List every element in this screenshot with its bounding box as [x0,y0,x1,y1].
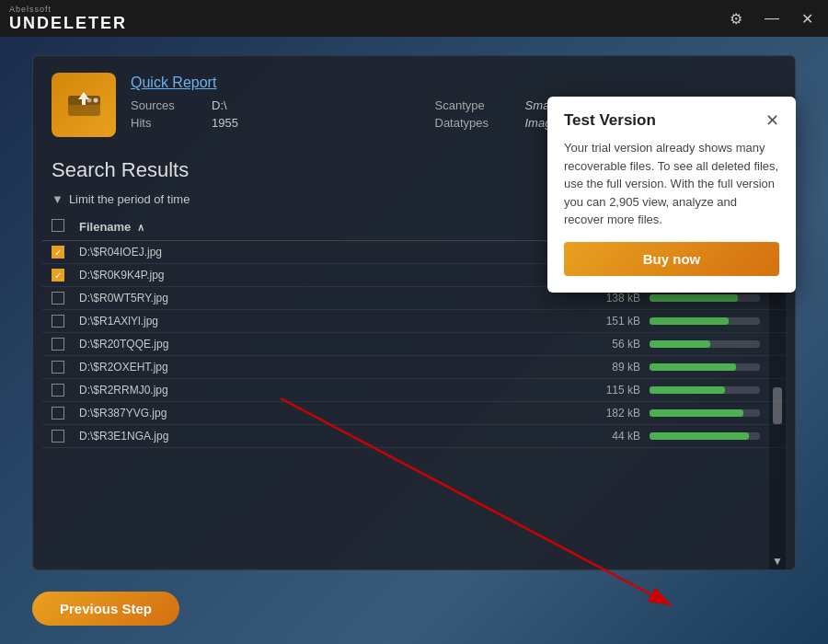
period-filter-label: Limit the period of time [69,192,190,206]
sources-value: D:\ [212,98,428,112]
table-row: D:\$R2OXEHT.jpg89 kB [42,356,786,379]
report-title[interactable]: Quick Report [131,75,776,91]
buy-now-button[interactable]: Buy now [564,242,779,276]
row-size: 182 kB [567,407,640,420]
row-bar [650,409,760,417]
row-size: 44 kB [567,430,640,443]
row-bar [650,386,760,394]
title-bar: Abelssoft UNDELETER ⚙ — ✕ [0,0,828,37]
row-filename: D:\$R0WT5RY.jpg [79,292,567,305]
row-bar [650,317,760,325]
scroll-down-arrow[interactable]: ▼ [772,555,783,568]
datatypes-label: Datatypes [435,116,518,130]
row-filename: D:\$R20TQQE.jpg [79,338,567,351]
svg-point-2 [93,98,98,102]
row-filename: D:\$R2RRMJ0.jpg [79,384,567,397]
row-bar [650,363,760,371]
select-all-checkbox[interactable] [52,219,64,232]
period-filter-button[interactable]: ▼ Limit the period of time [52,192,190,206]
row-checkbox[interactable] [52,384,64,397]
search-results-title: Search Results [52,158,189,182]
window-controls: ⚙ — ✕ [724,8,819,29]
previous-step-button[interactable]: Previous Step [32,592,179,626]
test-version-popup: Test Version ✕ Your trial version alread… [547,97,796,293]
sort-arrow-icon: ∧ [137,222,144,233]
row-checkbox[interactable] [52,430,64,443]
close-button[interactable]: ✕ [796,8,819,29]
report-icon [52,73,116,137]
header-filename[interactable]: Filename ∧ [79,220,567,234]
row-filename: D:\$R04IOEJ.jpg [79,246,567,259]
app-name: UNDELETER [9,14,127,33]
settings-button[interactable]: ⚙ [724,8,748,29]
table-row: D:\$R2RRMJ0.jpg115 kB [42,379,786,402]
app-brand: Abelssoft [9,5,127,14]
row-size: 89 kB [567,361,640,374]
row-filename: D:\$R2OXEHT.jpg [79,361,567,374]
row-checkbox[interactable] [52,361,64,374]
sources-label: Sources [131,98,204,112]
app-branding: Abelssoft UNDELETER [9,5,127,33]
table-row: D:\$R3E1NGA.jpg44 kB [42,425,786,448]
row-filename: D:\$R387YVG.jpg [79,407,567,420]
popup-text: Your trial version already shows many re… [564,139,779,229]
row-checkbox[interactable] [52,315,64,328]
hits-label: Hits [131,116,204,130]
row-bar [650,294,760,302]
scantype-label: Scantype [435,98,518,112]
row-size: 56 kB [567,338,640,351]
row-bar [650,340,760,348]
row-filename: D:\$R3E1NGA.jpg [79,430,567,443]
row-checkbox[interactable] [52,292,64,305]
row-size: 115 kB [567,384,640,397]
row-size: 138 kB [567,292,640,305]
row-size: 151 kB [567,315,640,328]
row-filename: D:\$R0K9K4P.jpg [79,269,567,282]
row-filename: D:\$R1AXlYl.jpg [79,315,567,328]
minimize-button[interactable]: — [759,8,785,29]
table-row: D:\$R20TQQE.jpg56 kB [42,333,786,356]
hits-value: 1955 [212,116,428,130]
table-row: D:\$R1AXlYl.jpg151 kB [42,310,786,333]
row-checkbox[interactable] [52,269,64,282]
period-arrow-icon: ▼ [52,192,63,206]
row-checkbox[interactable] [52,338,64,351]
row-checkbox[interactable] [52,246,64,259]
main-content: Quick Report Sources D:\ Scantype Smart … [0,37,828,644]
popup-title: Test Version [564,111,656,130]
popup-header: Test Version ✕ [564,111,779,130]
svg-rect-5 [82,99,86,105]
row-bar [650,432,760,440]
header-checkbox-cell [52,219,79,235]
table-row: D:\$R387YVG.jpg182 kB [42,402,786,425]
row-checkbox[interactable] [52,407,64,420]
scroll-thumb[interactable] [773,387,782,424]
popup-close-button[interactable]: ✕ [765,112,779,129]
